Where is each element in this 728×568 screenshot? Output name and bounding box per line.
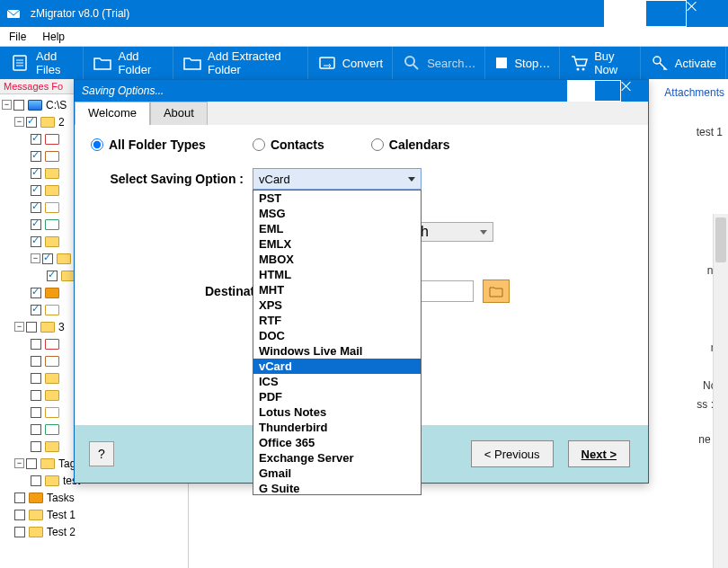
search-button[interactable]: Search…: [393, 47, 485, 79]
tab-welcome[interactable]: Welcome: [75, 102, 150, 125]
app-icon: [0, 6, 27, 21]
option-rtf[interactable]: RTF: [253, 313, 421, 328]
option-pdf[interactable]: PDF: [253, 389, 421, 404]
dialog-close-button[interactable]: [621, 80, 648, 102]
browse-button[interactable]: [483, 280, 510, 303]
option-pst[interactable]: PST: [253, 191, 421, 206]
minimize-button[interactable]: [604, 0, 645, 27]
svg-rect-4: [496, 58, 507, 68]
window-title: zMigrator v8.0 (Trial): [27, 7, 129, 20]
dialog-maximize-button[interactable]: [594, 80, 621, 102]
activate-button[interactable]: Activate: [641, 47, 726, 79]
option-doc[interactable]: DOC: [253, 328, 421, 343]
option-vcard[interactable]: vCard: [253, 359, 421, 374]
add-folder-button[interactable]: Add Folder: [84, 47, 173, 79]
add-extracted-folder-button[interactable]: Add Extracted Folder: [173, 47, 308, 79]
titlebar: zMigrator v8.0 (Trial): [0, 0, 728, 27]
radio-all-folder-types[interactable]: All Folder Types: [91, 138, 206, 152]
radio-calendars[interactable]: Calendars: [371, 138, 450, 152]
option-html[interactable]: HTML: [253, 267, 421, 282]
next-button[interactable]: Next >: [568, 440, 630, 467]
option-msg[interactable]: MSG: [253, 206, 421, 221]
menu-help[interactable]: Help: [42, 31, 65, 43]
option-eml[interactable]: EML: [253, 221, 421, 236]
option-exchange-server[interactable]: Exchange Server: [253, 450, 421, 466]
attachments-label: Attachments: [664, 86, 724, 99]
maximize-button[interactable]: [645, 0, 687, 27]
option-office-365[interactable]: Office 365: [253, 435, 421, 450]
previous-button[interactable]: < Previous: [471, 440, 554, 467]
stop-button[interactable]: Stop…: [485, 47, 560, 79]
radio-contacts[interactable]: Contacts: [253, 138, 324, 152]
option-windows-live-mail[interactable]: Windows Live Mail: [253, 343, 421, 359]
chevron-down-icon: [408, 177, 415, 182]
saving-options-dialog: Saving Options... Welcome About All Fold…: [74, 79, 649, 484]
tab-about[interactable]: About: [150, 102, 208, 125]
option-xps[interactable]: XPS: [253, 297, 421, 313]
toolbar: Add Files Add Folder Add Extracted Folde…: [0, 47, 728, 79]
svg-point-6: [582, 68, 585, 71]
svg-point-3: [405, 57, 414, 66]
svg-rect-2: [320, 58, 334, 68]
scrollbar[interactable]: [713, 214, 728, 568]
saving-option-select[interactable]: vCard: [253, 168, 422, 190]
svg-point-5: [577, 68, 580, 71]
dialog-titlebar: Saving Options...: [75, 80, 648, 102]
dialog-title: Saving Options...: [82, 84, 164, 97]
option-lotus-notes[interactable]: Lotus Notes: [253, 404, 421, 420]
select-saving-label: Select Saving Option :: [87, 172, 244, 186]
option-gmail[interactable]: Gmail: [253, 466, 421, 481]
option-emlx[interactable]: EMLX: [253, 236, 421, 252]
option-mbox[interactable]: MBOX: [253, 252, 421, 267]
saving-option-dropdown[interactable]: PSTMSGEMLEMLXMBOXHTMLMHTXPSRTFDOCWindows…: [253, 190, 422, 495]
option-ics[interactable]: ICS: [253, 374, 421, 389]
svg-point-7: [653, 57, 661, 64]
menu-file[interactable]: File: [9, 31, 26, 43]
add-files-button[interactable]: Add Files: [2, 47, 84, 79]
chevron-down-icon: [480, 230, 487, 235]
dialog-tabs: Welcome About: [75, 102, 648, 125]
dialog-minimize-button[interactable]: [567, 80, 594, 102]
close-button[interactable]: [687, 0, 728, 27]
menubar: File Help: [0, 27, 728, 47]
option-thunderbird[interactable]: Thunderbird: [253, 420, 421, 435]
option-g-suite[interactable]: G Suite: [253, 481, 421, 495]
buy-now-button[interactable]: Buy Now: [560, 47, 641, 79]
convert-button[interactable]: Convert: [308, 47, 394, 79]
help-button[interactable]: ?: [89, 441, 114, 466]
option-mht[interactable]: MHT: [253, 282, 421, 297]
